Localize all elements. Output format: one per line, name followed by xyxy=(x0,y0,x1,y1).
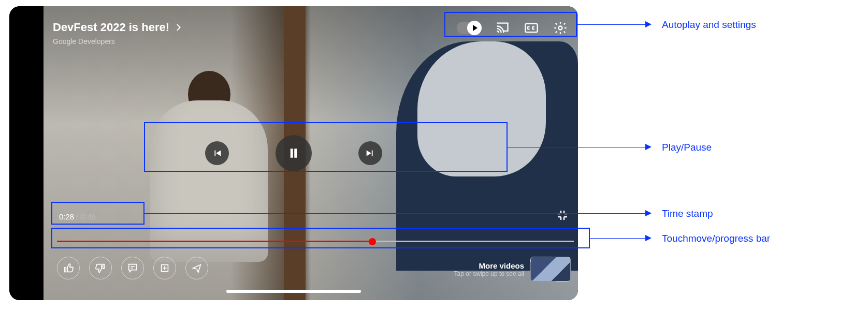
previous-button[interactable] xyxy=(205,141,229,165)
time-current: 0:28 xyxy=(59,212,74,221)
progress-bar[interactable] xyxy=(57,238,574,244)
svg-point-1 xyxy=(559,26,562,30)
annotation-label-autoplay: Autoplay and settings xyxy=(662,19,756,31)
annotation-line xyxy=(144,213,645,214)
video-title: DevFest 2022 is here! xyxy=(53,21,169,34)
annotation-line xyxy=(508,147,645,147)
svg-rect-0 xyxy=(525,24,537,32)
settings-button[interactable] xyxy=(553,21,568,35)
more-videos-thumbnail xyxy=(530,257,571,282)
share-button[interactable] xyxy=(185,257,208,279)
channel-name[interactable]: Google Developers xyxy=(53,37,183,46)
exit-fullscreen-button[interactable] xyxy=(556,209,569,221)
more-videos[interactable]: More videos Tap or swipe up to see all xyxy=(454,257,571,282)
more-videos-title: More videos xyxy=(454,261,524,270)
captions-button[interactable] xyxy=(524,21,539,35)
comments-button[interactable] xyxy=(121,257,144,279)
progress-played xyxy=(57,241,372,242)
pause-button[interactable] xyxy=(276,135,312,171)
arrow-right-icon xyxy=(645,210,652,216)
timestamp: 0:28 / 0:46 xyxy=(59,212,96,221)
annotation-label-timestamp: Time stamp xyxy=(662,208,713,219)
arrow-right-icon xyxy=(645,21,652,27)
action-row xyxy=(57,257,208,279)
time-duration: 0:46 xyxy=(81,212,96,221)
progress-knob[interactable] xyxy=(369,238,376,245)
letterbox-left xyxy=(9,6,44,300)
annotation-label-progress: Touchmove/progress bar xyxy=(662,233,770,244)
chevron-right-icon xyxy=(175,23,183,32)
autoplay-toggle[interactable] xyxy=(457,22,481,34)
playback-controls xyxy=(205,135,382,171)
more-videos-subtitle: Tap or swipe up to see all xyxy=(454,270,524,277)
arrow-right-icon xyxy=(645,144,652,150)
annotation-label-playpause: Play/Pause xyxy=(662,142,712,153)
like-button[interactable] xyxy=(57,257,80,279)
top-right-controls xyxy=(451,19,574,37)
play-icon xyxy=(467,21,482,35)
save-button[interactable] xyxy=(153,257,176,279)
video-title-button[interactable]: DevFest 2022 is here! xyxy=(53,21,183,34)
next-button[interactable] xyxy=(358,141,382,165)
cast-button[interactable] xyxy=(495,21,510,35)
annotation-line xyxy=(577,24,645,25)
time-divider: / xyxy=(74,212,81,221)
dislike-button[interactable] xyxy=(89,257,112,279)
arrow-right-icon xyxy=(645,235,652,241)
annotation-line xyxy=(590,238,645,239)
video-player[interactable]: DevFest 2022 is here! Google Developers xyxy=(9,6,578,300)
home-indicator[interactable] xyxy=(226,290,361,293)
